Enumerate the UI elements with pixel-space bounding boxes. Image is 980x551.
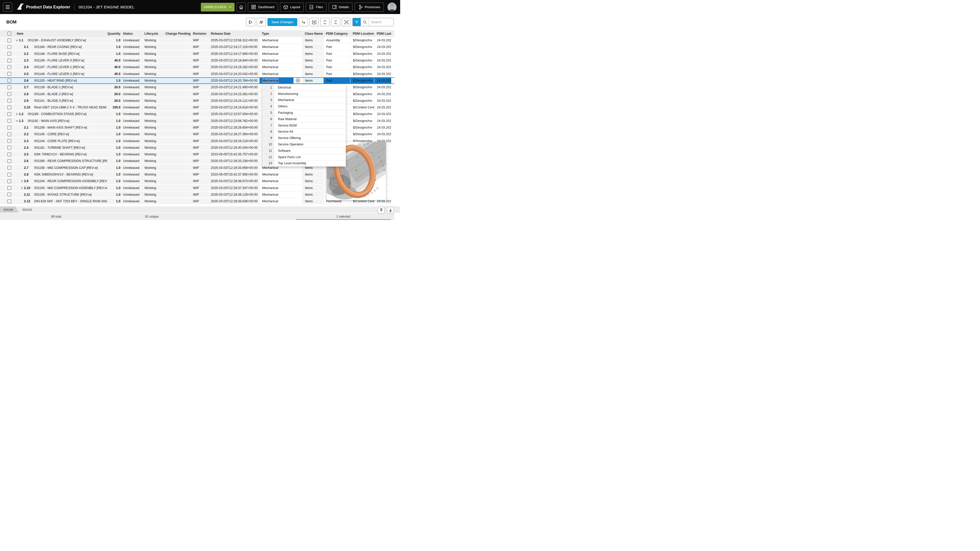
- dashboard-button[interactable]: Dashboard: [248, 3, 278, 12]
- column-header-item[interactable]: Item: [14, 30, 107, 37]
- row-checkbox[interactable]: [7, 79, 11, 83]
- cell-check: [0, 44, 14, 50]
- column-header-pdm_location[interactable]: PDM Location: [350, 30, 374, 37]
- type-option-top-level-assembly[interactable]: 13Top Level Assembly: [262, 160, 346, 167]
- cell-lifecycle: Working: [142, 158, 163, 164]
- chevron-right-icon: [21, 180, 23, 183]
- type-option-manufacturing[interactable]: 2Manufacturing: [262, 91, 346, 97]
- row-checkbox[interactable]: [7, 126, 11, 130]
- layout-button[interactable]: Layout: [280, 3, 304, 12]
- column-header-revision[interactable]: Revision: [190, 30, 208, 37]
- row-checkbox[interactable]: [7, 65, 11, 69]
- type-option-service-kit[interactable]: 8Service Kit: [262, 129, 346, 135]
- cell-type: Mechanical: [259, 70, 302, 77]
- table-row[interactable]: 1.1001190 - EXHAUST ASSEMBLY [REV:w]1.0U…: [0, 37, 394, 44]
- column-header-pdm_category[interactable]: PDM Category: [323, 30, 350, 37]
- type-option-raw-material[interactable]: 6Raw Material: [262, 116, 346, 122]
- column-header-release_date[interactable]: Release Date: [208, 30, 259, 37]
- type-edit-input[interactable]: Mechanical: [262, 78, 279, 83]
- row-checkbox[interactable]: [7, 152, 11, 156]
- column-header-lifecycle[interactable]: Lifecycle: [142, 30, 163, 37]
- column-header-change_pending[interactable]: Change Pending: [163, 30, 190, 37]
- type-option-others[interactable]: 4Others: [262, 103, 346, 110]
- row-checkbox[interactable]: [7, 139, 11, 143]
- table-row[interactable]: 2.1001164 - REAR CASING [REV:w]1.0Unrele…: [0, 44, 394, 50]
- row-checkbox[interactable]: [7, 52, 11, 56]
- type-option-service-operation[interactable]: 10Service Operation: [262, 141, 346, 148]
- row-checkbox[interactable]: [7, 159, 11, 163]
- row-checkbox[interactable]: [7, 45, 11, 49]
- type-option-service-offering[interactable]: 9Service Offering: [262, 135, 346, 141]
- import-button[interactable]: [310, 18, 319, 26]
- release-status-dropdown[interactable]: UNRELEASED: [201, 3, 235, 11]
- fit-view-button[interactable]: [342, 18, 351, 26]
- files-button[interactable]: PDF Files: [306, 3, 326, 12]
- type-option-software[interactable]: 11Software: [262, 148, 346, 154]
- row-checkbox[interactable]: [7, 179, 11, 183]
- search-button[interactable]: [361, 18, 369, 26]
- table-row[interactable]: 2.6001153 - HEAT RING [REV:w]1.0Unreleas…: [0, 77, 394, 84]
- row-checkbox[interactable]: [7, 200, 11, 203]
- indent-arrow-button[interactable]: [299, 18, 308, 26]
- row-checkbox[interactable]: [7, 166, 11, 170]
- expand-toggle[interactable]: [15, 120, 19, 122]
- row-checkbox[interactable]: [7, 86, 11, 89]
- expand-toggle[interactable]: [20, 187, 24, 189]
- expand-all-button[interactable]: [320, 18, 329, 26]
- column-header-class_name[interactable]: Class Name: [302, 30, 323, 37]
- clear-type-button[interactable]: [293, 77, 302, 84]
- row-checkbox[interactable]: [7, 146, 11, 149]
- column-header-status[interactable]: Status: [121, 30, 142, 37]
- row-checkbox[interactable]: [7, 106, 11, 110]
- row-checkbox[interactable]: [7, 112, 11, 116]
- tab-001190[interactable]: 001190: [0, 206, 19, 213]
- column-header-type[interactable]: Type: [259, 30, 302, 37]
- row-checkbox[interactable]: [7, 99, 11, 103]
- filter-button[interactable]: [353, 18, 361, 26]
- expand-toggle[interactable]: [20, 180, 24, 183]
- collapse-all-button[interactable]: [331, 18, 340, 26]
- expand-toggle[interactable]: [15, 39, 19, 41]
- expand-toggle[interactable]: [15, 113, 19, 115]
- search-input[interactable]: [369, 18, 393, 26]
- type-option-electrical[interactable]: 1Electrical: [262, 84, 346, 91]
- row-checkbox[interactable]: [7, 192, 11, 197]
- save-changes-button[interactable]: Save Changes: [267, 18, 298, 26]
- user-avatar[interactable]: [387, 3, 396, 12]
- row-checkbox[interactable]: [7, 186, 11, 190]
- column-header-pdm_last[interactable]: PDM Last I: [374, 30, 391, 37]
- row-checkbox[interactable]: [7, 92, 11, 96]
- tab-001153[interactable]: 001153: [19, 206, 36, 213]
- unlink-button[interactable]: [257, 18, 266, 26]
- cell-status: Unreleased: [121, 37, 142, 44]
- details-button[interactable]: Details: [329, 3, 353, 12]
- row-checkbox[interactable]: [7, 72, 11, 76]
- table-row[interactable]: 2.2001146 - FLARE BASE [REV:w]1.0Unrelea…: [0, 51, 394, 57]
- cell-pdm_last: 24.03.2025: [374, 104, 391, 111]
- type-option-packaging[interactable]: 5Packaging: [262, 110, 346, 116]
- cell-revision: WIP: [190, 191, 208, 198]
- home-button[interactable]: [237, 3, 246, 12]
- type-option-mechanical[interactable]: 3Mechanical: [262, 97, 346, 103]
- type-option-spare-parts-list[interactable]: 12Spare Parts List: [262, 154, 346, 160]
- column-header-qty[interactable]: Quantity: [107, 30, 121, 37]
- cell-lifecycle: Working: [142, 91, 163, 97]
- cell-lifecycle: Working: [142, 165, 163, 171]
- processes-button[interactable]: Processes: [355, 3, 384, 12]
- select-all-checkbox[interactable]: [7, 32, 11, 35]
- table-row[interactable]: 2.4001147 - FLARE LEVER-1 [REV:w]40.0Unr…: [0, 64, 394, 70]
- cell-release_date: 2025-03-03T12:28:36.673+00:00: [208, 178, 259, 184]
- column-header-check[interactable]: [0, 30, 14, 37]
- row-checkbox[interactable]: [7, 59, 11, 62]
- row-checkbox[interactable]: [7, 132, 11, 136]
- scroll-to-top-button[interactable]: [378, 207, 385, 213]
- table-row[interactable]: 2.3001149 - FLARE LEVER-3 [REV:w]40.0Unr…: [0, 57, 394, 64]
- hamburger-menu-button[interactable]: [3, 3, 12, 12]
- row-checkbox[interactable]: [7, 119, 11, 123]
- submit-for-review-button[interactable]: [246, 18, 255, 26]
- row-checkbox[interactable]: [7, 38, 11, 42]
- row-checkbox[interactable]: [7, 173, 11, 176]
- table-row[interactable]: 2.5001148 - FLARE LEVER-2 [REV:w]40.0Unr…: [0, 70, 394, 77]
- scroll-to-bottom-button[interactable]: [387, 207, 394, 213]
- type-option-service-bom[interactable]: 7Service BOM: [262, 122, 346, 129]
